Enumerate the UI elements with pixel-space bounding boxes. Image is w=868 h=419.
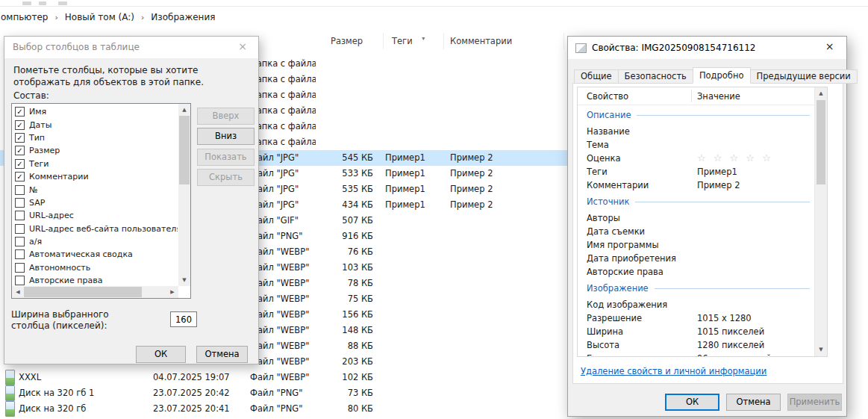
column-checkbox-item[interactable]: ✓ Комментарии bbox=[13, 170, 178, 183]
file-size bbox=[308, 119, 373, 134]
checkbox-icon[interactable] bbox=[15, 237, 25, 246]
cancel-button[interactable]: Отмена bbox=[196, 346, 248, 363]
column-checkbox-item[interactable]: ✓ Даты bbox=[13, 118, 178, 131]
property-row[interactable]: Авторы bbox=[578, 211, 814, 225]
file-row[interactable]: Диск на 320 гб 23.07.2025 20:41 Файл "PN… bbox=[0, 401, 567, 417]
scroll-up-icon[interactable]: ▲ bbox=[178, 104, 190, 116]
column-header-tags[interactable]: Теги ▾ bbox=[384, 33, 444, 49]
file-comments bbox=[450, 401, 536, 417]
column-checkbox-item[interactable]: URL-адрес веб-сайта пользователя bbox=[13, 223, 178, 235]
column-checkbox-item[interactable]: ✓ Теги bbox=[13, 158, 178, 170]
checkbox-icon[interactable]: ✓ bbox=[15, 159, 25, 169]
file-row[interactable]: XXXL 04.07.2025 19:07 Файл "WEBP" 102 КБ bbox=[0, 370, 567, 385]
checkbox-icon[interactable] bbox=[15, 224, 25, 234]
tab-previous-versions[interactable]: Предыдущие версии bbox=[750, 69, 858, 84]
file-size: 80 КБ bbox=[308, 401, 373, 417]
section-label: Источник bbox=[587, 196, 629, 207]
file-comments bbox=[450, 134, 536, 150]
close-icon[interactable]: × bbox=[813, 37, 846, 58]
breadcrumb-item[interactable]: омпьютер bbox=[1, 12, 48, 22]
checkbox-label: № bbox=[29, 185, 37, 195]
dialog-titlebar[interactable]: Свойства: IMG20250908154716112 × bbox=[568, 37, 846, 59]
checkbox-icon[interactable] bbox=[15, 198, 25, 208]
property-row[interactable]: Авторские права bbox=[578, 265, 814, 279]
checkbox-icon[interactable]: ✓ bbox=[15, 107, 25, 117]
tab-details[interactable]: Подробно bbox=[693, 67, 751, 84]
breadcrumb-item[interactable]: Новый том (A:) bbox=[65, 12, 134, 22]
property-row[interactable]: КомментарииПример 2 bbox=[578, 179, 814, 192]
ok-button[interactable]: ОК bbox=[665, 394, 719, 411]
cancel-button[interactable]: Отмена bbox=[726, 394, 781, 411]
file-row[interactable]: Диск на 320 гб 1 23.07.2025 20:42 Файл "… bbox=[0, 385, 567, 401]
column-checkbox-item[interactable]: ✓ Имя bbox=[13, 105, 178, 118]
column-checkbox-item[interactable]: Автономность bbox=[13, 261, 178, 274]
scroll-down-icon[interactable]: ▼ bbox=[815, 344, 827, 356]
columns-listbox: ✓ Имя ✓ Даты ✓ Тип ✓ Размер ✓ Теги ✓ Ком… bbox=[11, 103, 191, 299]
file-tags bbox=[385, 401, 445, 417]
tab-general[interactable]: Общие bbox=[574, 69, 619, 84]
property-row[interactable]: Дата съемки bbox=[578, 225, 814, 238]
file-comments: Пример 2 bbox=[450, 197, 536, 213]
file-comments bbox=[450, 323, 536, 338]
column-checkbox-item[interactable]: Автоматическая сводка bbox=[13, 248, 178, 261]
explorer-window: омпьютер›Новый том (A:)›Изображения Разм… bbox=[0, 0, 868, 419]
property-row[interactable]: Тема bbox=[578, 138, 814, 152]
checkbox-icon[interactable] bbox=[15, 276, 25, 285]
column-checkbox-item[interactable]: № bbox=[13, 183, 178, 196]
checkbox-icon[interactable]: ✓ bbox=[15, 120, 25, 130]
move-down-button[interactable]: Вниз bbox=[197, 128, 255, 145]
column-checkbox-item[interactable]: SAP bbox=[13, 196, 178, 209]
breadcrumb-item[interactable]: Изображения bbox=[151, 12, 215, 22]
checkbox-icon[interactable]: ✓ bbox=[15, 133, 25, 143]
rating-stars[interactable]: ☆ ☆ ☆ ☆ ☆ bbox=[697, 152, 813, 165]
checkbox-icon[interactable]: ✓ bbox=[15, 172, 25, 181]
grid-vertical-scrollbar[interactable]: ▲ ▼ bbox=[814, 87, 827, 356]
dialog-titlebar[interactable]: Выбор столбцов в таблице × bbox=[4, 37, 258, 58]
ok-button[interactable]: ОК bbox=[136, 346, 186, 363]
checkbox-icon[interactable]: ✓ bbox=[15, 146, 25, 155]
width-input[interactable] bbox=[170, 311, 197, 327]
remove-properties-link[interactable]: Удаление свойств и личной информации bbox=[581, 366, 766, 376]
scroll-down-icon[interactable]: ▼ bbox=[178, 274, 190, 286]
property-row[interactable]: Горизонтальное разреше96 точек на дюйм bbox=[578, 352, 814, 356]
listbox-horizontal-scrollbar[interactable]: ◀ ▶ bbox=[12, 286, 178, 298]
column-checkbox-item[interactable]: ✓ Размер bbox=[13, 144, 178, 157]
column-checkbox-item[interactable]: Авторские права bbox=[13, 274, 178, 285]
file-tags bbox=[385, 229, 445, 244]
file-size: 535 КБ bbox=[308, 181, 373, 197]
scroll-up-icon[interactable]: ▲ bbox=[815, 87, 827, 100]
close-icon[interactable]: × bbox=[227, 37, 258, 58]
checkbox-icon[interactable] bbox=[15, 249, 25, 259]
tab-security[interactable]: Безопасность bbox=[618, 69, 693, 84]
column-checkbox-item[interactable]: ✓ Тип bbox=[13, 131, 178, 144]
file-size: 916 КБ bbox=[308, 229, 373, 244]
property-row[interactable]: Высота1280 пикселей bbox=[578, 338, 814, 352]
column-header-comments[interactable]: Комментарии bbox=[444, 33, 564, 49]
scrollbar-thumb[interactable] bbox=[817, 100, 825, 184]
details-tab-page: Свойство Значение ОписаниеНазваниеТемаОц… bbox=[572, 83, 843, 384]
property-row[interactable]: Оценка☆ ☆ ☆ ☆ ☆ bbox=[578, 152, 814, 165]
column-checkbox-item[interactable]: URL-адрес bbox=[13, 209, 178, 222]
property-row[interactable]: Разрешение1015 x 1280 bbox=[578, 311, 814, 325]
checkbox-icon[interactable] bbox=[15, 185, 25, 195]
scroll-right-icon[interactable]: ▶ bbox=[166, 286, 178, 298]
property-row[interactable]: ТегиПример1 bbox=[578, 165, 814, 179]
checkbox-icon[interactable] bbox=[15, 211, 25, 220]
scroll-left-icon[interactable]: ◀ bbox=[12, 286, 24, 298]
file-comments bbox=[450, 307, 536, 323]
properties-dialog: Свойства: IMG20250908154716112 × ОбщиеБе… bbox=[567, 36, 847, 417]
file-comments bbox=[450, 87, 536, 103]
checkbox-icon[interactable] bbox=[15, 263, 25, 273]
property-value: Пример1 bbox=[697, 165, 813, 179]
property-row[interactable]: Ширина1015 пикселей bbox=[578, 325, 814, 338]
filter-chevron-icon[interactable]: ▾ bbox=[422, 31, 425, 47]
property-row[interactable]: Имя программы bbox=[578, 238, 814, 252]
scrollbar-thumb[interactable] bbox=[179, 116, 190, 184]
listbox-vertical-scrollbar[interactable]: ▲ ▼ bbox=[178, 104, 190, 286]
property-row[interactable]: Код изображения bbox=[578, 298, 814, 311]
column-checkbox-item[interactable]: а/я bbox=[13, 235, 178, 248]
property-row[interactable]: Название bbox=[578, 125, 814, 138]
column-header-size[interactable]: Размер bbox=[325, 33, 384, 49]
scrollbar-thumb[interactable] bbox=[24, 287, 142, 297]
property-row[interactable]: Дата приобретения bbox=[578, 252, 814, 265]
